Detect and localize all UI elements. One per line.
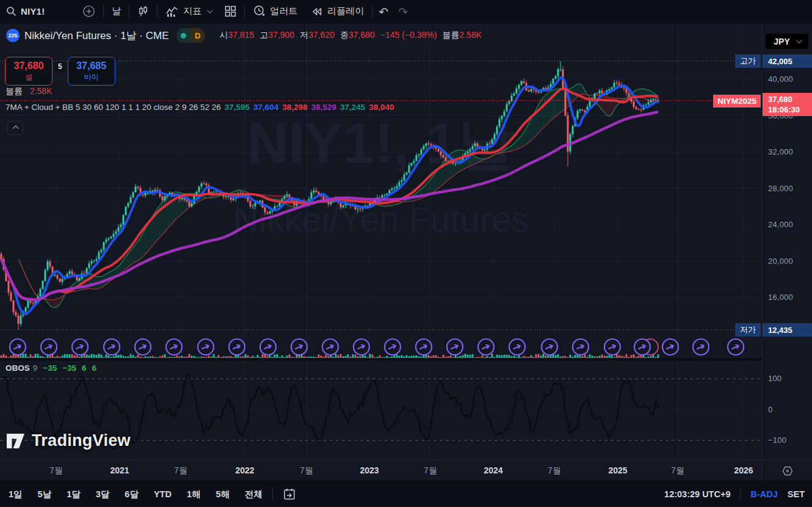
collapse-studies-button[interactable] [7,121,23,135]
currency-label: JPY [774,37,789,46]
price-tick-label: 24,000 [768,220,793,229]
live-dot-section [176,28,191,43]
indicator-value: 38,040 [369,103,394,112]
obos-title: OBOS [5,363,30,373]
alert-label: 얼러트 [270,5,297,17]
toolbar-separator [103,5,104,18]
plus-circle-icon [82,5,95,18]
toolbar-separator [372,5,372,18]
range-button[interactable]: YTD [154,489,172,499]
undo-button[interactable]: ↶ [374,0,393,23]
sell-button[interactable]: 37,680 셀 [5,57,53,86]
time-axis-label: 7월 [671,465,684,476]
daily-letter: D [190,28,205,43]
range-button[interactable]: 1달 [67,489,81,500]
layout-grid-button[interactable] [218,0,243,23]
tradingview-logo[interactable]: TradingView [6,431,131,450]
tradingview-logo-text: TradingView [32,431,131,450]
symbol-ticker: NIY1! [21,6,45,16]
obos-value: 6 [92,363,97,373]
time-axis-label: 2022 [235,465,254,475]
interval-button[interactable]: 날 [105,0,128,23]
indicators-button[interactable]: 지표 [159,0,218,23]
range-button[interactable]: 1일 [9,489,23,500]
price-tick-label: 20,000 [768,257,793,266]
toolbar-separator [129,5,129,18]
main-chart-canvas[interactable] [0,23,762,459]
volume-label: 볼륨 [442,30,459,40]
interval-quick-toggle[interactable]: D [176,28,205,43]
time-axis-label: 7월 [300,465,313,476]
indicator-value: 38,298 [282,103,307,112]
compare-add-button[interactable] [76,0,102,23]
redo-button[interactable]: ↷ [393,0,413,23]
time-axis[interactable]: 7월20217월20227월20237월20247월20257월2026 [0,459,812,481]
symbol-search-button[interactable]: NIY1! [0,0,51,23]
spread-value: 5 [56,62,65,71]
trade-panel: 37,680 셀 5 37,685 바이 [5,57,115,86]
obos-values: −35−3566 [37,363,96,373]
price-tick-label: 16,000 [768,293,793,302]
set-toggle[interactable]: SET [788,489,805,499]
toolbar-separator [272,487,273,501]
symbol-title[interactable]: Nikkei/Yen Futures · 1날 · CME [24,29,169,43]
high-price-axis-badge: 42,005 [763,54,812,68]
time-axis-corner[interactable] [762,460,812,481]
price-axis[interactable]: JPY 40,00036,00032,00028,00024,00020,000… [762,23,812,459]
high-value: 37,900 [268,30,294,40]
chart-style-button[interactable] [131,0,156,23]
currency-dropdown[interactable]: JPY [765,33,809,49]
bottom-toolbar: 1일5날1달3달6달YTD1해5해전체 12:03:29 UTC+9 B-ADJ… [0,481,812,507]
volume-study-row[interactable]: 볼륨 2.58K [5,86,52,97]
symbol-logo-badge[interactable]: 225 [6,29,20,42]
price-tick-label: 32,000 [768,147,793,156]
toolbar-separator [157,5,158,18]
chevron-down-icon [207,7,213,13]
volume-value: 2.58K [459,30,482,40]
time-axis-label: 2023 [360,465,379,475]
obos-study-row[interactable]: OBOS9−35−3566 [5,363,96,373]
obos-value: −35 [43,363,57,373]
range-button[interactable]: 3달 [96,489,110,500]
indicator-value: 37,604 [253,103,278,112]
time-axis-label: 7월 [49,465,63,476]
scale-settings-hexagon-icon [782,465,793,476]
volume-study-value: 2.58K [30,86,53,96]
change-value: −145 (−0.38%) [380,30,437,41]
tradingview-app: NIY1! 날 [0,0,812,507]
range-button[interactable]: 1해 [187,489,201,500]
chart-area: NIY1!, 1날 Nikkei/Yen Futures 225 Nikkei/… [0,23,812,459]
price-tick-label: 40,000 [768,75,793,84]
replay-button[interactable]: 리플레이 [304,0,371,23]
indicators-icon [165,5,179,18]
clock[interactable]: 12:03:29 UTC+9 [664,489,730,499]
indicator-study-row[interactable]: 7MA + Cloud + BB 5 30 60 120 1 1 1 20 cl… [5,103,402,112]
low-price-chart-label: 저가 [735,323,761,337]
obos-value: −35 [62,363,76,373]
symbol-info-row: 225 Nikkei/Yen Futures · 1날 · CME D 시37,… [6,28,482,43]
go-to-date-icon[interactable] [283,487,296,501]
badj-toggle[interactable]: B-ADJ [750,489,777,499]
chevron-down-icon [796,37,802,43]
live-dot-icon [181,33,186,38]
range-button[interactable]: 5해 [216,489,230,500]
interval-label: 날 [112,5,121,17]
obos-tick-label: −100 [768,436,786,445]
range-button[interactable]: 6달 [125,489,139,500]
time-axis-label: 2024 [484,465,502,475]
open-value: 37,815 [228,30,255,40]
range-button[interactable]: 5날 [38,489,52,500]
obos-value: 6 [82,363,87,373]
undo-icon: ↶ [379,5,388,18]
alert-button[interactable]: 얼러트 [246,0,304,23]
chevron-up-icon [12,125,18,131]
buy-button[interactable]: 37,685 바이 [68,57,115,86]
tradingview-logo-icon [6,433,27,449]
close-value: 37,680 [349,30,375,40]
indicator-value: 37,245 [340,103,365,112]
time-axis-label: 7월 [174,465,187,476]
obos-tick-label: 0 [768,405,772,414]
indicator-value: 38,529 [311,103,336,112]
low-price-axis-badge: 12,435 [763,323,812,337]
range-button[interactable]: 전체 [245,489,263,500]
